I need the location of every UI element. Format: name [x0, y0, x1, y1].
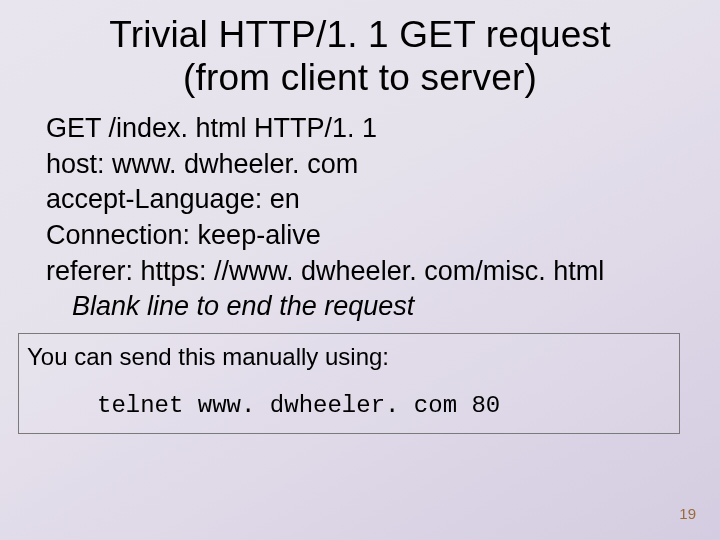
- request-line-3: accept-Language: en: [46, 182, 682, 218]
- request-line-6: Blank line to end the request: [46, 289, 682, 325]
- request-line-4: Connection: keep-alive: [46, 218, 682, 254]
- note-intro: You can send this manually using:: [27, 340, 671, 375]
- note-box: You can send this manually using: telnet…: [18, 333, 680, 435]
- slide-body: GET /index. html HTTP/1. 1 host: www. dw…: [0, 99, 720, 325]
- request-line-1: GET /index. html HTTP/1. 1: [46, 111, 682, 147]
- telnet-command: telnet www. dwheeler. com 80: [27, 375, 671, 424]
- slide: Trivial HTTP/1. 1 GET request (from clie…: [0, 0, 720, 540]
- slide-title: Trivial HTTP/1. 1 GET request (from clie…: [0, 0, 720, 99]
- request-line-5: referer: https: //www. dwheeler. com/mis…: [46, 254, 682, 290]
- page-number: 19: [679, 505, 696, 522]
- request-line-2: host: www. dwheeler. com: [46, 147, 682, 183]
- title-line-1: Trivial HTTP/1. 1 GET request: [0, 14, 720, 57]
- title-line-2: (from client to server): [0, 57, 720, 100]
